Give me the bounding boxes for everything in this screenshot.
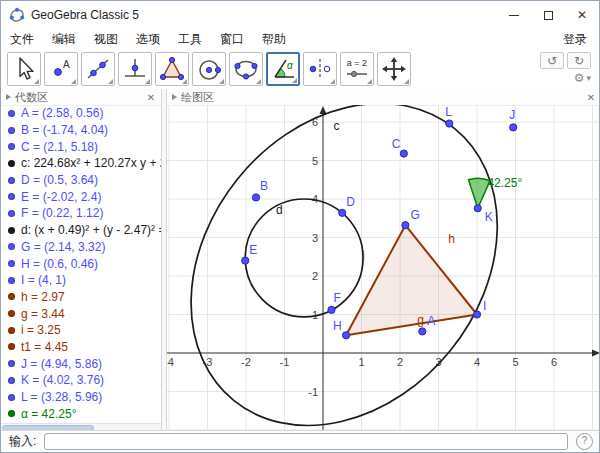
tool-reflect[interactable]: [303, 52, 337, 86]
graphics-canvas[interactable]: -4-3-2-1123456-1123456cdhig42.25°ABCDEFG…: [167, 105, 600, 432]
collapse-icon[interactable]: [6, 94, 11, 100]
chevron-down-icon[interactable]: ▾: [586, 73, 591, 83]
input-help-button[interactable]: ?: [576, 433, 593, 450]
algebra-item[interactable]: C = (2.1, 5.18): [1, 138, 161, 155]
point-I[interactable]: [473, 311, 480, 318]
menu-tools[interactable]: 工具: [169, 29, 211, 49]
algebra-item[interactable]: I = (4, 1): [1, 272, 161, 289]
object-visibility-dot[interactable]: [8, 343, 15, 350]
object-visibility-dot[interactable]: [8, 410, 15, 417]
close-button[interactable]: ✕: [565, 1, 599, 29]
algebra-item[interactable]: H = (0.6, 0.46): [1, 255, 161, 272]
point-J[interactable]: [510, 124, 517, 131]
algebra-item[interactable]: d: (x + 0.49)² + (y - 2.47)² = 2.34: [1, 222, 161, 239]
point-F[interactable]: [328, 306, 335, 313]
tool-dropdown-arrow[interactable]: [108, 79, 113, 84]
algebra-item[interactable]: c: 224.68x² + 120.27x y + 250.8: [1, 155, 161, 172]
point-D[interactable]: [339, 209, 346, 216]
tool-dropdown-arrow[interactable]: [256, 79, 261, 84]
conic-c[interactable]: [167, 105, 561, 432]
tool-dropdown-arrow[interactable]: [182, 79, 187, 84]
object-visibility-dot[interactable]: [8, 243, 15, 250]
object-visibility-dot[interactable]: [8, 110, 15, 117]
tool-dropdown-arrow[interactable]: [219, 79, 224, 84]
algebra-item[interactable]: L = (3.28, 5.96): [1, 389, 161, 406]
point-B[interactable]: [252, 194, 259, 201]
point-C[interactable]: [400, 150, 407, 157]
point-L[interactable]: [446, 120, 453, 127]
algebra-item[interactable]: h = 2.97: [1, 289, 161, 306]
minimize-button[interactable]: [497, 1, 531, 29]
object-visibility-dot[interactable]: [8, 127, 15, 134]
gear-icon[interactable]: ⚙: [574, 71, 585, 85]
algebra-item[interactable]: E = (-2.02, 2.4): [1, 188, 161, 205]
object-visibility-dot[interactable]: [8, 143, 15, 150]
axis-number: 1: [358, 356, 364, 368]
tool-circle-with-center[interactable]: [192, 52, 226, 86]
algebra-item[interactable]: F = (0.22, 1.12): [1, 205, 161, 222]
tool-angle[interactable]: α: [266, 52, 300, 86]
redo-button[interactable]: ↻: [567, 52, 591, 69]
object-visibility-dot[interactable]: [8, 210, 15, 217]
tool-perpendicular-line[interactable]: [118, 52, 152, 86]
object-visibility-dot[interactable]: [8, 277, 15, 284]
tool-dropdown-arrow[interactable]: [367, 79, 372, 84]
maximize-button[interactable]: [531, 1, 565, 29]
circle-d[interactable]: [245, 199, 363, 317]
point-H[interactable]: [343, 332, 350, 339]
tool-move-graphics-view[interactable]: [377, 52, 411, 86]
tool-dropdown-arrow[interactable]: [404, 79, 409, 84]
object-visibility-dot[interactable]: [8, 360, 15, 367]
object-visibility-dot[interactable]: [8, 193, 15, 200]
view-settings-group[interactable]: ⚙ ▾: [574, 71, 591, 85]
tool-line[interactable]: [81, 52, 115, 86]
point-A[interactable]: [419, 328, 426, 335]
algebra-item[interactable]: G = (2.14, 3.32): [1, 239, 161, 256]
algebra-item[interactable]: D = (0.5, 3.64): [1, 172, 161, 189]
login-button[interactable]: 登录: [551, 29, 599, 49]
menu-edit[interactable]: 编辑: [43, 29, 85, 49]
algebra-item[interactable]: K = (4.02, 3.76): [1, 372, 161, 389]
triangle-t1[interactable]: [346, 225, 477, 335]
tool-conic[interactable]: [229, 52, 263, 86]
object-visibility-dot[interactable]: [8, 377, 15, 384]
tool-move[interactable]: [7, 52, 41, 86]
object-visibility-dot[interactable]: [8, 177, 15, 184]
object-visibility-dot[interactable]: [8, 310, 15, 317]
object-visibility-dot[interactable]: [8, 327, 15, 334]
algebra-item[interactable]: A = (2.58, 0.56): [1, 105, 161, 122]
menu-window[interactable]: 窗口: [211, 29, 253, 49]
segment-label: g: [417, 313, 424, 327]
object-visibility-dot[interactable]: [8, 260, 15, 267]
object-visibility-dot[interactable]: [8, 227, 15, 234]
object-visibility-dot[interactable]: [8, 394, 15, 401]
tool-slider[interactable]: a = 2: [340, 52, 374, 86]
algebra-item[interactable]: i = 3.25: [1, 322, 161, 339]
menu-view[interactable]: 视图: [85, 29, 127, 49]
tool-dropdown-arrow[interactable]: [34, 79, 39, 84]
graphics-panel-close-button[interactable]: ✕: [584, 92, 598, 103]
collapse-icon[interactable]: [172, 94, 177, 100]
point-K[interactable]: [474, 205, 481, 212]
point-E[interactable]: [242, 257, 249, 264]
algebra-item[interactable]: α = 42.25°: [1, 405, 161, 422]
point-G[interactable]: [402, 222, 409, 229]
tool-point[interactable]: A: [44, 52, 78, 86]
menu-file[interactable]: 文件: [1, 29, 43, 49]
menu-options[interactable]: 选项: [127, 29, 169, 49]
object-visibility-dot[interactable]: [8, 160, 15, 167]
command-input[interactable]: [44, 433, 568, 450]
tool-dropdown-arrow[interactable]: [292, 78, 297, 83]
algebra-panel-close-button[interactable]: ✕: [144, 92, 158, 103]
algebra-item[interactable]: t1 = 4.45: [1, 339, 161, 356]
object-visibility-dot[interactable]: [8, 293, 15, 300]
tool-dropdown-arrow[interactable]: [71, 79, 76, 84]
algebra-item[interactable]: J = (4.94, 5.86): [1, 355, 161, 372]
menu-help[interactable]: 帮助: [253, 29, 295, 49]
tool-dropdown-arrow[interactable]: [145, 79, 150, 84]
algebra-item[interactable]: g = 3.44: [1, 305, 161, 322]
undo-button[interactable]: ↺: [540, 52, 564, 69]
tool-dropdown-arrow[interactable]: [330, 79, 335, 84]
tool-polygon[interactable]: [155, 52, 189, 86]
algebra-item[interactable]: B = (-1.74, 4.04): [1, 122, 161, 139]
